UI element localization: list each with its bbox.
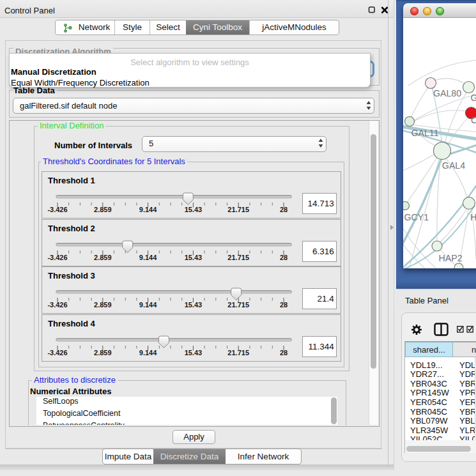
svg-text:-3.426: -3.426 xyxy=(47,254,67,261)
svg-text:-3.426: -3.426 xyxy=(47,206,67,213)
svg-text:2.859: 2.859 xyxy=(94,301,112,309)
svg-text:15.43: 15.43 xyxy=(185,301,203,309)
svg-text:2.859: 2.859 xyxy=(94,349,112,357)
svg-text:GA: GA xyxy=(471,93,476,103)
svg-text:HAP2: HAP2 xyxy=(438,253,462,263)
svg-text:21.715: 21.715 xyxy=(227,206,249,213)
svg-text:-3.426: -3.426 xyxy=(47,349,67,357)
svg-text:GCY1: GCY1 xyxy=(404,212,429,222)
svg-text:C: C xyxy=(471,115,476,125)
svg-text:H: H xyxy=(470,212,476,222)
svg-text:15.43: 15.43 xyxy=(185,349,203,357)
svg-text:28: 28 xyxy=(280,301,288,309)
svg-text:2.859: 2.859 xyxy=(94,206,112,213)
svg-text:15.43: 15.43 xyxy=(185,254,203,261)
svg-text:9.144: 9.144 xyxy=(139,349,157,357)
svg-text:-3.426: -3.426 xyxy=(47,301,67,309)
svg-text:15.43: 15.43 xyxy=(185,206,203,213)
svg-text:21.715: 21.715 xyxy=(227,301,249,309)
svg-text:21.715: 21.715 xyxy=(227,349,249,357)
svg-text:9.144: 9.144 xyxy=(139,254,157,261)
svg-text:28: 28 xyxy=(280,349,288,357)
svg-text:21.715: 21.715 xyxy=(227,254,249,261)
svg-text:28: 28 xyxy=(280,254,288,261)
svg-text:GAL4: GAL4 xyxy=(442,160,465,171)
svg-text:9.144: 9.144 xyxy=(139,206,157,213)
svg-text:2.859: 2.859 xyxy=(94,254,112,261)
svg-text:9.144: 9.144 xyxy=(139,301,157,309)
svg-text:GAL11: GAL11 xyxy=(411,128,438,138)
svg-text:GAL80: GAL80 xyxy=(433,88,461,98)
svg-text:28: 28 xyxy=(280,206,288,213)
